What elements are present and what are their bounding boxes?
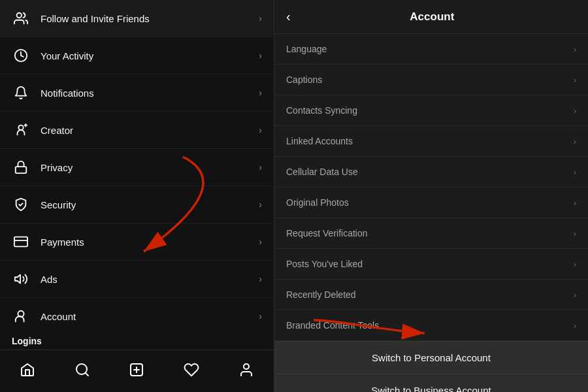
action-buttons-container: Switch to Personal AccountSwitch to Busi… [274, 341, 588, 392]
chevron-your-activity: › [259, 50, 262, 61]
logins-section: Logins [0, 327, 274, 350]
right-menu-list: Language›Captions›Contacts Syncing›Linke… [274, 34, 588, 392]
right-menu-item-branded-content[interactable]: Branded Content Tools› [274, 310, 588, 341]
menu-label-privacy: Privacy [41, 162, 259, 173]
right-label-captions: Captions [286, 74, 574, 85]
svg-point-21 [244, 364, 249, 369]
right-chevron-linked-accounts: › [574, 137, 576, 146]
chevron-follow-invite: › [259, 13, 262, 24]
back-button[interactable]: ‹ [286, 9, 291, 24]
bottom-nav [0, 350, 274, 392]
right-chevron-recently-deleted: › [574, 290, 576, 300]
svg-point-2 [18, 125, 23, 130]
right-label-recently-deleted: Recently Deleted [286, 289, 574, 300]
chevron-notifications: › [259, 88, 262, 98]
chevron-creator: › [259, 125, 262, 135]
right-menu-item-captions[interactable]: Captions› [274, 65, 588, 95]
chevron-privacy: › [259, 162, 262, 172]
menu-item-security[interactable]: Security› [0, 186, 274, 223]
menu-label-security: Security [41, 199, 259, 210]
right-menu-item-language[interactable]: Language› [274, 34, 588, 65]
svg-point-0 [17, 13, 22, 18]
menu-label-follow-invite: Follow and Invite Friends [41, 13, 259, 24]
svg-rect-5 [16, 167, 27, 173]
right-chevron-request-verification: › [574, 229, 576, 238]
menu-label-notifications: Notifications [41, 88, 259, 99]
svg-rect-6 [14, 237, 27, 247]
right-label-branded-content: Branded Content Tools [286, 320, 574, 331]
your-activity-icon [12, 46, 30, 65]
right-menu-item-recently-deleted[interactable]: Recently Deleted› [274, 280, 588, 310]
menu-item-ads[interactable]: Ads› [0, 261, 274, 298]
heart-nav-icon[interactable] [178, 357, 204, 383]
right-label-language: Language [286, 44, 574, 54]
menu-label-creator: Creator [41, 125, 259, 136]
chevron-ads: › [259, 274, 262, 284]
menu-item-privacy[interactable]: Privacy› [0, 149, 274, 186]
search-nav-icon[interactable] [69, 357, 95, 383]
creator-icon [12, 121, 30, 139]
ads-icon [12, 270, 30, 288]
right-menu-item-contacts-syncing[interactable]: Contacts Syncing› [274, 95, 588, 126]
left-menu-list: Follow and Invite Friends›Your Activity›… [0, 0, 274, 327]
home-nav-icon[interactable] [14, 357, 41, 383]
menu-item-notifications[interactable]: Notifications› [0, 74, 274, 112]
menu-label-your-activity: Your Activity [41, 50, 259, 61]
svg-marker-8 [15, 275, 20, 284]
right-label-original-photos: Original Photos [286, 197, 574, 208]
right-label-linked-accounts: Linked Accounts [286, 136, 574, 146]
chevron-security: › [259, 199, 262, 210]
menu-label-payments: Payments [41, 237, 259, 248]
right-panel-title: Account [301, 10, 563, 24]
chevron-payments: › [259, 237, 262, 247]
menu-item-creator[interactable]: Creator› [0, 112, 274, 149]
right-chevron-contacts-syncing: › [574, 106, 576, 116]
privacy-icon [12, 158, 30, 176]
add-nav-icon[interactable] [123, 357, 150, 383]
menu-item-follow-invite[interactable]: Follow and Invite Friends› [0, 0, 274, 37]
menu-item-payments[interactable]: Payments› [0, 223, 274, 261]
security-icon [12, 195, 30, 214]
payments-icon [12, 233, 30, 251]
svg-line-17 [85, 373, 88, 376]
right-label-posts-liked: Posts You've Liked [286, 259, 574, 269]
right-panel: ‹ Account Language›Captions›Contacts Syn… [274, 0, 588, 392]
right-menu-item-posts-liked[interactable]: Posts You've Liked› [274, 249, 588, 280]
right-header: ‹ Account [274, 0, 588, 34]
right-menu-item-cellular-data[interactable]: Cellular Data Use› [274, 157, 588, 188]
right-chevron-branded-content: › [574, 321, 576, 331]
account-icon [12, 307, 30, 325]
right-chevron-language: › [574, 44, 576, 54]
menu-label-ads: Ads [41, 274, 259, 285]
right-menu-item-linked-accounts[interactable]: Linked Accounts› [274, 126, 588, 157]
right-chevron-cellular-data: › [574, 167, 576, 177]
profile-nav-icon[interactable] [233, 357, 259, 383]
menu-item-your-activity[interactable]: Your Activity› [0, 37, 274, 74]
switch-personal-button[interactable]: Switch to Personal Account [274, 342, 588, 374]
logins-label: Logins [12, 336, 42, 346]
chevron-account: › [259, 311, 262, 321]
menu-label-account: Account [41, 311, 259, 322]
right-label-cellular-data: Cellular Data Use [286, 167, 574, 177]
right-chevron-captions: › [574, 75, 576, 85]
right-chevron-original-photos: › [574, 198, 576, 208]
right-chevron-posts-liked: › [574, 259, 576, 269]
follow-invite-icon [12, 9, 30, 27]
notifications-icon [12, 84, 30, 102]
right-label-request-verification: Request Verification [286, 228, 574, 238]
menu-item-account[interactable]: Account› [0, 298, 274, 327]
switch-business-button[interactable]: Switch to Business Account [274, 374, 588, 392]
right-label-contacts-syncing: Contacts Syncing [286, 105, 574, 116]
right-menu-item-request-verification[interactable]: Request Verification› [274, 218, 588, 249]
right-menu-item-original-photos[interactable]: Original Photos› [274, 188, 588, 218]
